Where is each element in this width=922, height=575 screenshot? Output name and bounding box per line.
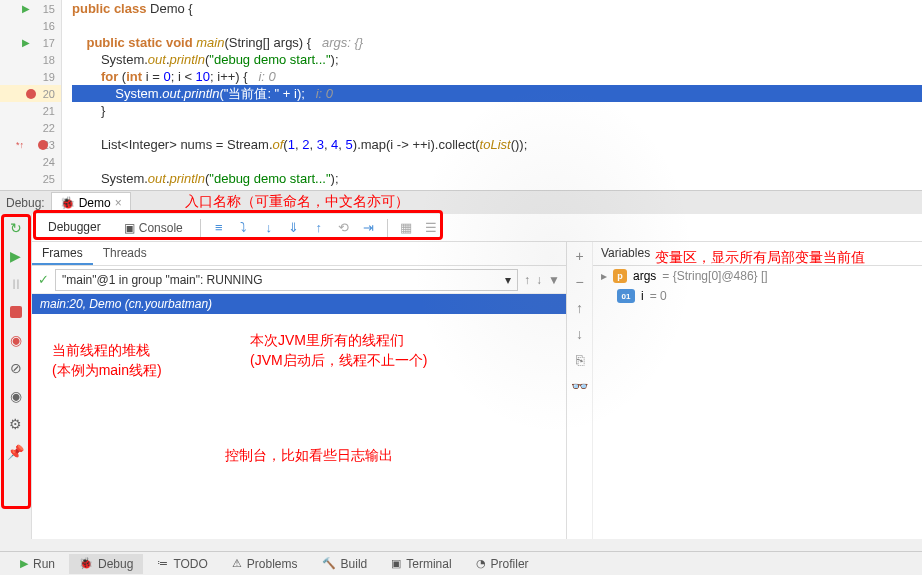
copy-button[interactable]: ⎘	[576, 352, 584, 368]
remove-watch-button[interactable]: −	[575, 274, 583, 290]
build-icon: 🔨	[322, 557, 336, 570]
variable-row[interactable]: 01 i = 0	[593, 286, 922, 306]
code-line[interactable]: for (int i = 0; i < 10; i++) { i: 0	[72, 68, 922, 85]
frames-panel: Frames Threads ✓ "main"@1 in group "main…	[32, 242, 567, 539]
subtab-frames[interactable]: Frames	[32, 242, 93, 265]
up-button[interactable]: ↑	[576, 300, 583, 316]
bottom-tab-run[interactable]: ▶Run	[10, 554, 65, 574]
bottom-tab-profiler[interactable]: ◔Profiler	[466, 554, 539, 574]
code-line[interactable]: System.out.println("debug demo start..."…	[72, 170, 922, 187]
param-badge-icon: p	[613, 269, 627, 283]
gutter-line[interactable]: ▶17	[0, 34, 61, 51]
variables-header: Variables	[593, 242, 922, 266]
run-gutter-icon[interactable]: ▶	[22, 37, 30, 48]
var-value: 0	[660, 289, 667, 303]
code-line[interactable]: public class Demo {	[72, 0, 922, 17]
gutter-line[interactable]: *↑23	[0, 136, 61, 153]
run-gutter-icon[interactable]: ▶	[22, 3, 30, 14]
gutter-line[interactable]: 16	[0, 17, 61, 34]
code-body[interactable]: public class Demo { public static void m…	[62, 0, 922, 190]
gutter: ▶15 16 ▶17 18 19 20 21 22 *↑23 24 25	[0, 0, 62, 190]
thread-combo[interactable]: "main"@1 in group "main": RUNNING ▾	[55, 269, 518, 291]
lambda-bp-icon[interactable]: *↑	[16, 140, 24, 150]
bottom-tool-bar: ▶Run 🐞Debug ≔TODO ⚠Problems 🔨Build ▣Term…	[0, 551, 922, 575]
subtab-threads[interactable]: Threads	[93, 242, 157, 265]
code-line[interactable]: public static void main(String[] args) {…	[72, 34, 922, 51]
bottom-tab-problems[interactable]: ⚠Problems	[222, 554, 308, 574]
bottom-tab-debug[interactable]: 🐞Debug	[69, 554, 143, 574]
bug-icon: 🐞	[79, 557, 93, 570]
primitive-badge-icon: 01	[617, 289, 635, 303]
gutter-line[interactable]: 22	[0, 119, 61, 136]
bug-icon: 🐞	[60, 196, 75, 210]
run-config-name: Demo	[79, 196, 111, 210]
code-line[interactable]: }	[72, 102, 922, 119]
todo-icon: ≔	[157, 557, 168, 570]
code-line[interactable]	[72, 153, 922, 170]
gutter-line[interactable]: 24	[0, 153, 61, 170]
code-line[interactable]: List<Integer> nums = Stream.of(1, 2, 3, …	[72, 136, 922, 153]
bottom-tab-todo[interactable]: ≔TODO	[147, 554, 217, 574]
terminal-icon: ▣	[391, 557, 401, 570]
var-name: args	[633, 269, 656, 283]
filter-icon[interactable]: ▼	[548, 273, 560, 287]
variable-row[interactable]: ▸ p args = {String[0]@486} []	[593, 266, 922, 286]
debug-panel: ↻ ▶ ⏸ ◉ ⊘ ◉ ⚙ 📌 Debugger ▣Console ≡ ⤵ ↓ …	[0, 214, 922, 539]
prev-frame-icon[interactable]: ↑	[524, 273, 530, 287]
thread-name: "main"@1 in group "main": RUNNING	[62, 273, 263, 287]
breakpoint-icon[interactable]	[26, 89, 36, 99]
var-name: i	[641, 289, 644, 303]
next-frame-icon[interactable]: ↓	[536, 273, 542, 287]
code-editor: ▶15 16 ▶17 18 19 20 21 22 *↑23 24 25 pub…	[0, 0, 922, 190]
profiler-icon: ◔	[476, 557, 486, 570]
problems-icon: ⚠	[232, 557, 242, 570]
run-icon: ▶	[20, 557, 28, 570]
check-icon: ✓	[38, 272, 49, 287]
close-tab-icon[interactable]: ×	[115, 196, 122, 210]
expand-icon[interactable]: ▸	[601, 269, 607, 283]
debug-label: Debug:	[6, 196, 45, 210]
stack-frame-row[interactable]: main:20, Demo (cn.yourbatman)	[32, 294, 566, 314]
vars-toolbar: + − ↑ ↓ ⎘ 👓	[567, 242, 593, 539]
gutter-line[interactable]: 25	[0, 170, 61, 187]
breakpoint-icon[interactable]	[38, 140, 48, 150]
glasses-icon[interactable]: 👓	[571, 378, 588, 394]
variables-panel: + − ↑ ↓ ⎘ 👓 Variables ▸ p args = {String…	[567, 242, 922, 539]
code-line-current[interactable]: System.out.println("当前值: " + i); i: 0	[72, 85, 922, 102]
thread-selector-row: ✓ "main"@1 in group "main": RUNNING ▾ ↑ …	[32, 266, 566, 294]
annotation-box-toolbar	[33, 210, 443, 240]
var-value: {String[0]@486} []	[673, 269, 768, 283]
annotation-box-left-toolbar	[1, 214, 31, 509]
bottom-tab-build[interactable]: 🔨Build	[312, 554, 378, 574]
gutter-line[interactable]: 20	[0, 85, 61, 102]
bottom-tab-terminal[interactable]: ▣Terminal	[381, 554, 461, 574]
code-line[interactable]	[72, 119, 922, 136]
code-line[interactable]	[72, 17, 922, 34]
add-watch-button[interactable]: +	[575, 248, 583, 264]
gutter-line[interactable]: ▶15	[0, 0, 61, 17]
gutter-line[interactable]: 18	[0, 51, 61, 68]
chevron-down-icon: ▾	[505, 273, 511, 287]
gutter-line[interactable]: 19	[0, 68, 61, 85]
gutter-line[interactable]: 21	[0, 102, 61, 119]
code-line[interactable]: System.out.println("debug demo start..."…	[72, 51, 922, 68]
down-button[interactable]: ↓	[576, 326, 583, 342]
